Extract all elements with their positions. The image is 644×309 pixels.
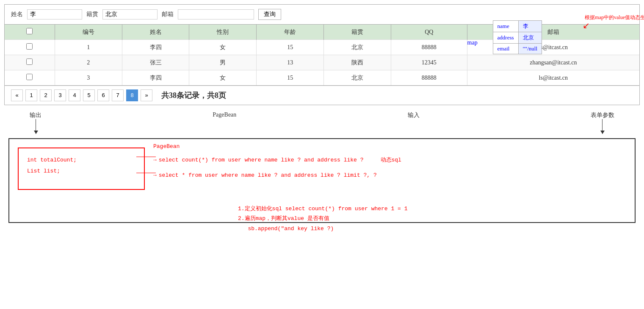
page-btn-7[interactable]: 7 [112, 89, 124, 101]
header-qq: QQ [391, 25, 467, 40]
annotation-text: 根据map中的value值动态生成sql ↙ [585, 14, 644, 21]
code-line-2: List list; [27, 166, 135, 177]
steps-area: 1.定义初始化sql select count(*) from user whe… [238, 204, 630, 234]
map-container: map name 李 address 北京 email ""/null 根据ma… [493, 20, 542, 54]
pagebean-label-container: PageBean [213, 111, 236, 134]
cell-email: zhangsan@itcast.cn [467, 55, 639, 70]
map-value-address: 北京 [518, 32, 542, 44]
map-key-email: email [493, 44, 518, 54]
header-address: 籍贯 [324, 25, 391, 40]
sql-line-1: → select count(*) from user where name l… [153, 156, 630, 164]
arrow-right-1: → [153, 157, 157, 163]
code-line-1: int totalCount; [27, 155, 135, 166]
map-row-name: name 李 [493, 21, 542, 32]
map-table: name 李 address 北京 email ""/null [493, 20, 542, 54]
page-info: 共38条记录，共8页 [161, 90, 226, 100]
cell-id: 3 [55, 70, 122, 86]
cell-name: 李四 [122, 70, 189, 86]
diagram-left: 输出 [30, 111, 41, 134]
map-row-email: email ""/null [493, 44, 542, 54]
name-input[interactable] [27, 9, 82, 19]
cell-age: 15 [257, 70, 324, 86]
page-btn-1[interactable]: 1 [25, 89, 37, 101]
row-checkbox-cell [5, 40, 55, 55]
select-all-checkbox[interactable] [26, 28, 33, 34]
cell-address: 北京 [324, 40, 391, 55]
step-1: 1.定义初始化sql select count(*) from user whe… [238, 204, 630, 214]
page-btn-3[interactable]: 3 [54, 89, 66, 101]
page-next-btn[interactable]: » [141, 89, 152, 101]
row-checkbox-cell [5, 55, 55, 70]
header-checkbox-col [5, 25, 55, 40]
cell-name: 张三 [122, 55, 189, 70]
dynamic-sql-label: 动态sql [381, 156, 401, 164]
row-checkbox[interactable] [26, 74, 33, 80]
header-id: 编号 [55, 25, 122, 40]
cell-qq: 88888 [391, 40, 467, 55]
search-panel: 姓名 籍贯 邮箱 查询 [4, 4, 640, 25]
input-label: 输入 [408, 111, 420, 119]
map-label: map [467, 39, 478, 46]
header-name: 姓名 [122, 25, 189, 40]
cell-qq: 88888 [391, 70, 467, 86]
diagram-content: PageBean → select count(*) from user whe… [153, 143, 630, 234]
map-value-name: 李 [518, 21, 542, 32]
map-key-name: name [493, 21, 518, 32]
pagebean-label: PageBean [213, 111, 236, 118]
address-label: 籍贯 [86, 11, 98, 18]
email-label: 邮箱 [162, 11, 174, 18]
query-button[interactable]: 查询 [258, 9, 281, 20]
cell-age: 13 [257, 55, 324, 70]
bottom-box: int totalCount; List list; PageBean → se… [8, 138, 636, 223]
cell-age: 15 [257, 40, 324, 55]
map-key-address: address [493, 32, 518, 44]
cell-gender: 女 [189, 70, 257, 86]
cell-gender: 男 [189, 55, 257, 70]
cell-id: 2 [55, 55, 122, 70]
header-age: 年龄 [257, 25, 324, 40]
name-label: 姓名 [11, 11, 23, 18]
sql-text-2: select * from user where name like ? and… [159, 172, 377, 178]
page-btn-5[interactable]: 5 [83, 89, 95, 101]
cell-gender: 女 [189, 40, 257, 55]
cell-name: 李四 [122, 40, 189, 55]
form-params-label: 表单参数 [591, 111, 614, 119]
row-checkbox[interactable] [26, 58, 33, 65]
row-checkbox[interactable] [26, 43, 33, 50]
table-row: 1 李四 女 15 北京 88888 ls@itcast.cn [5, 40, 639, 55]
diagram-right: 输入 [408, 111, 420, 134]
table-panel: 编号 姓名 性别 年龄 籍贯 QQ 邮箱 1 李四 女 15 北京 88888 [4, 25, 640, 86]
map-row-address: address 北京 [493, 32, 542, 44]
form-params-container: 表单参数 [591, 111, 614, 134]
pagination-row: « 1 2 3 4 5 6 7 8 » 共38条记录，共8页 map name … [4, 86, 640, 105]
cell-address: 陕西 [324, 55, 391, 70]
page-btn-8[interactable]: 8 [126, 89, 138, 101]
diagram-area: 输出 PageBean 输入 表单参数 [4, 107, 640, 138]
map-value-email: ""/null [518, 44, 542, 54]
output-label: 输出 [30, 111, 41, 119]
step-3: sb.append("and key like ?) [238, 224, 630, 234]
cell-id: 1 [55, 40, 122, 55]
data-table: 编号 姓名 性别 年龄 籍贯 QQ 邮箱 1 李四 女 15 北京 88888 [5, 25, 639, 85]
cell-address: 北京 [324, 70, 391, 86]
cell-email: ls@itcast.cn [467, 70, 639, 86]
row-checkbox-cell [5, 70, 55, 86]
page-prev-btn[interactable]: « [11, 89, 23, 101]
sql-line-2: → select * from user where name like ? a… [153, 172, 630, 178]
page-btn-2[interactable]: 2 [40, 89, 52, 101]
pagebean-title: PageBean [153, 143, 630, 150]
arrow-right-2: → [153, 172, 157, 178]
red-code-box: int totalCount; List list; [18, 148, 145, 190]
table-header-row: 编号 姓名 性别 年龄 籍贯 QQ 邮箱 [5, 25, 639, 40]
sql-text-1: select count(*) from user where name lik… [159, 157, 364, 163]
step-2: 2.遍历map，判断其value 是否有值 [238, 214, 630, 223]
header-gender: 性别 [189, 25, 257, 40]
table-row: 2 张三 男 13 陕西 12345 zhangsan@itcast.cn [5, 55, 639, 70]
page-btn-6[interactable]: 6 [97, 89, 109, 101]
email-input[interactable] [178, 9, 254, 19]
annotation-label: 根据map中的value值动态生成sql [585, 14, 644, 20]
address-input[interactable] [102, 9, 158, 19]
page-btn-4[interactable]: 4 [69, 89, 80, 101]
cell-qq: 12345 [391, 55, 467, 70]
table-row: 3 李四 女 15 北京 88888 ls@itcast.cn [5, 70, 639, 86]
